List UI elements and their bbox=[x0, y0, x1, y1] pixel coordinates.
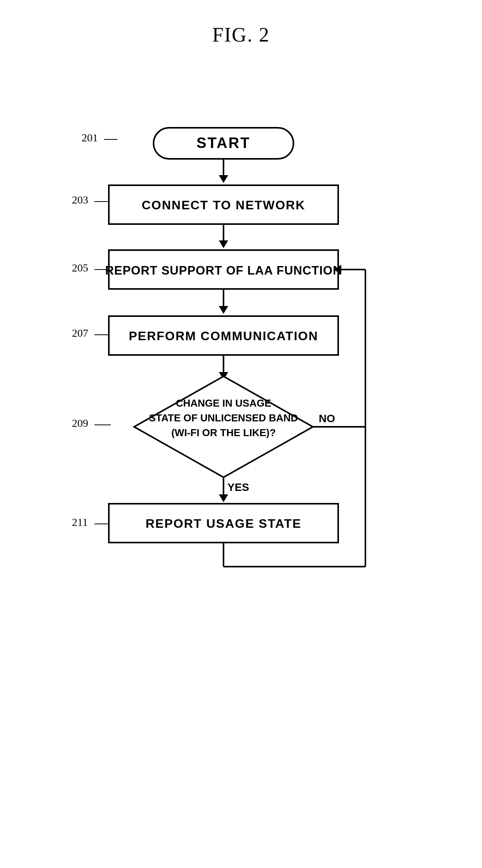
report-support-label: REPORT SUPPORT OF LAA FUNCTION bbox=[105, 264, 342, 277]
ref-201: 201 bbox=[82, 132, 98, 144]
ref-203: 203 bbox=[72, 194, 88, 206]
arrowhead-yes bbox=[219, 494, 228, 502]
arrowhead-2 bbox=[219, 240, 228, 248]
flowchart-diagram: 201 START 203 CONNECT TO NETWORK 205 REP… bbox=[47, 116, 435, 776]
no-label: NO bbox=[319, 412, 335, 424]
start-label: START bbox=[197, 135, 251, 151]
perform-comm-label: PERFORM COMMUNICATION bbox=[129, 329, 318, 343]
report-usage-label: REPORT USAGE STATE bbox=[145, 517, 301, 531]
arrowhead-1 bbox=[219, 175, 228, 183]
connect-label: CONNECT TO NETWORK bbox=[141, 198, 305, 212]
ref-205: 205 bbox=[72, 262, 88, 274]
diamond-line1: CHANGE IN USAGE bbox=[176, 397, 271, 409]
ref-207: 207 bbox=[72, 327, 88, 339]
diamond-line3: (WI-FI OR THE LIKE)? bbox=[171, 427, 276, 438]
arrowhead-3 bbox=[219, 306, 228, 314]
page: FIG. 2 201 START bbox=[0, 0, 482, 868]
yes-label: YES bbox=[227, 481, 249, 493]
ref-211: 211 bbox=[72, 516, 88, 528]
figure-title: FIG. 2 bbox=[212, 23, 270, 46]
ref-209: 209 bbox=[72, 417, 88, 429]
diamond-line2: STATE OF UNLICENSED BAND bbox=[149, 412, 298, 424]
